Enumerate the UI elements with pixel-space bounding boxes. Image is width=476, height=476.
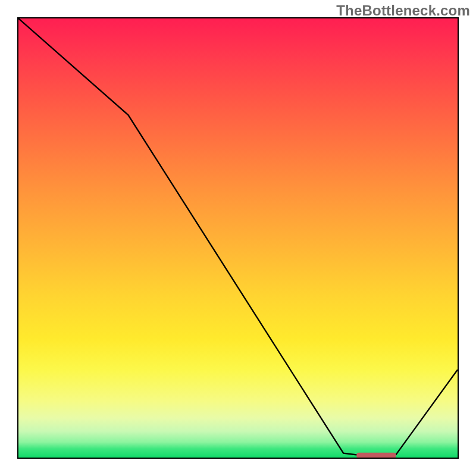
chart-area <box>17 17 459 459</box>
chart-svg-layer <box>18 18 458 458</box>
watermark-text: TheBottleneck.com <box>336 2 470 19</box>
chart-line <box>18 18 458 455</box>
optimal-marker <box>356 453 396 458</box>
